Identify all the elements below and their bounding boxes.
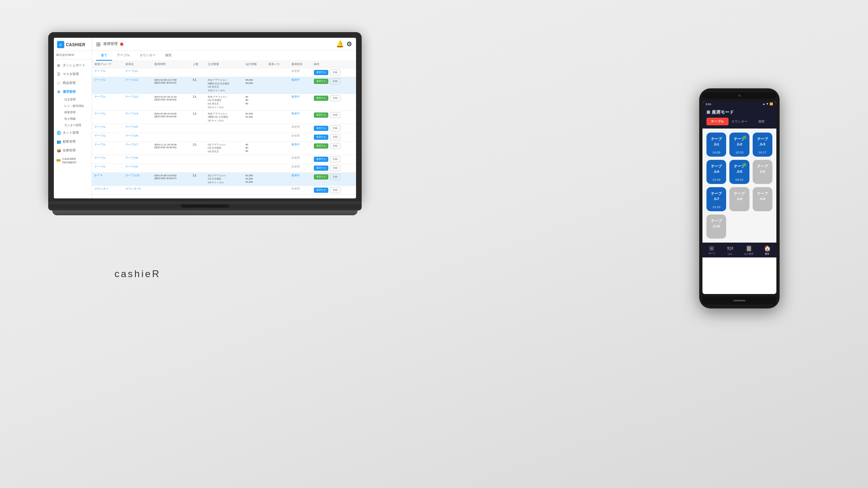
sidebar-sub-order[interactable]: 注文管理 (62, 96, 92, 103)
phone-nav-0[interactable]: ⊞ ﾃｰﾌﾞﾙ (702, 245, 721, 256)
table-row-orders (205, 68, 243, 77)
table-row-name: テーブル1 (123, 68, 152, 77)
phone-table-cell[interactable]: テーブル7 13:20 (706, 187, 726, 211)
seat-detail-button[interactable]: 詳細 (330, 134, 340, 140)
operation-icon: ⚙ (56, 90, 61, 94)
phone-tab-counter[interactable]: カウンター (729, 118, 751, 125)
seat-action-button[interactable]: 着席する (314, 112, 328, 118)
sidebar-company: 株式会社NEW (54, 51, 92, 59)
seat-detail-button[interactable]: 詳細 (330, 112, 340, 118)
table-row-group: テーブル (92, 141, 123, 155)
phone-tab-private[interactable]: 個室 (750, 118, 772, 125)
seat-action-button[interactable]: 着席する (314, 165, 328, 171)
seat-detail-button[interactable]: 詳細 (330, 125, 340, 131)
phone-app-header: ⊞ 座席モード テーブル カウンター 個室 (702, 107, 776, 129)
seat-action-button[interactable]: 着席する (314, 70, 328, 75)
sidebar-sub-register[interactable]: レジ・販売消込 (62, 103, 92, 109)
sidebar-item-label: 在庫管理 (63, 149, 76, 153)
table-row-payment (243, 186, 266, 194)
phone-table-cell[interactable]: テーブル4 13:26 (706, 160, 726, 184)
sidebar-item-operation[interactable]: ⚙ 運用管理 (54, 88, 92, 96)
phone-table-cell[interactable]: テーブル5 09:22 (729, 160, 749, 184)
sidebar-sub-monitor[interactable]: モニター管理 (62, 122, 92, 129)
table-row-people: 5人 (190, 77, 205, 94)
table-row-status: 未使用 (289, 163, 312, 172)
table-row-name: テーブル6 (123, 133, 152, 141)
sidebar-item-net[interactable]: 🌐 ネット管理 (54, 129, 92, 137)
tab-counter[interactable]: カウンター (135, 51, 160, 61)
table-row-time (152, 124, 190, 133)
phone-table-cell[interactable]: テーブル3 18:17 (753, 133, 772, 157)
seat-action-button[interactable]: 着席する (314, 79, 328, 84)
tab-table[interactable]: テーブル (112, 51, 135, 61)
seat-detail-button[interactable]: 詳細 (330, 156, 340, 162)
seat-detail-button[interactable]: 詳細 (330, 78, 340, 84)
settings-icon[interactable]: ⚙ (346, 40, 352, 48)
table-row-memo (266, 124, 289, 133)
sidebar-sub-sales[interactable]: 売上明細 (62, 116, 92, 122)
sidebar-item-inventory[interactable]: 📦 在庫管理 (54, 146, 92, 155)
phone-table-cell[interactable]: テーブル1 14:09 (706, 133, 726, 157)
phone-table-cell[interactable]: テーブル8 (729, 187, 749, 211)
seat-detail-button[interactable]: 詳細 (330, 69, 340, 76)
seat-detail-button[interactable]: 詳細 (330, 174, 340, 180)
table-row-actions: 着席する 詳細 (311, 141, 356, 155)
sidebar-item-payment[interactable]: 💳 CASHIER PAYMENT (54, 155, 92, 166)
seat-action-button[interactable]: 着席する (314, 135, 328, 140)
phone-tab-table[interactable]: テーブル (706, 118, 729, 125)
table-row-status: 未使用 (289, 133, 312, 141)
table-row-group: テーブル (92, 94, 123, 110)
notification-icon[interactable]: 🔔 (336, 40, 344, 48)
phone-table-cell[interactable]: テーブル9 (753, 187, 772, 211)
phone-table-time: 18:17 (758, 151, 766, 154)
table-row-time: 2024-10-08 10:43:00(前日:00日 00:00:09) (152, 110, 190, 124)
table-row-payment: ¥0¥0¥0 (243, 94, 266, 110)
seat-action-button[interactable]: 着席する (314, 96, 328, 101)
seat-detail-button[interactable]: 詳細 (330, 187, 340, 193)
sidebar-item-customer[interactable]: 👥 顧客管理 (54, 137, 92, 146)
sidebar-item-product[interactable]: □ 商品管理 (54, 79, 92, 88)
phone-time: 9:04 (706, 103, 711, 106)
laptop-bezel: C CASHIER 株式会社NEW ⊞ ダッシュボード ☰ マスタ管理 □ (48, 32, 362, 202)
seat-detail-button[interactable]: 詳細 (330, 95, 340, 101)
seat-action-button[interactable]: 着席する (314, 188, 328, 193)
laptop: C CASHIER 株式会社NEW ⊞ ダッシュボード ☰ マスタ管理 □ (48, 32, 362, 215)
phone-table-cell[interactable]: テーブル2 10:33 (729, 133, 749, 157)
customer-icon: 👥 (56, 139, 61, 144)
phone-nav-2[interactable]: 📋 はん精算 (739, 245, 758, 256)
table-row-actions: 着席する 詳細 (311, 124, 356, 133)
seat-detail-button[interactable]: 詳細 (330, 143, 340, 149)
table-row-orders (205, 124, 243, 133)
seat-detail-button[interactable]: 詳細 (330, 165, 340, 171)
data-table-wrapper: 座席グループ 座席名 着席時間 人数 注文数量 会計情報 座席メモ 着席状況 操… (92, 61, 356, 198)
seat-action-button[interactable]: 着席する (314, 126, 328, 131)
table-row-time (152, 155, 190, 163)
tab-private[interactable]: 個室 (160, 51, 176, 61)
table-row-status: 着席中 (289, 94, 312, 110)
table-row-memo (266, 163, 289, 172)
table-row-time: 2024-10-07 23:11:23(前日:00日 00:00:09) (152, 94, 190, 110)
sidebar-nav: ⊞ ダッシュボード ☰ マスタ管理 □ 商品管理 ⚙ 運用管理 (54, 59, 92, 198)
table-row-group: カウンター (92, 186, 123, 194)
sidebar-sub-guest[interactable]: 収客管理 (62, 109, 92, 116)
seat-action-button[interactable]: 着席する (314, 143, 328, 149)
phone-table-time: 13:26 (712, 178, 721, 182)
tab-all[interactable]: 全て (96, 51, 112, 61)
laptop-screen: C CASHIER 株式会社NEW ⊞ ダッシュボード ☰ マスタ管理 □ (54, 38, 356, 198)
phone-nav-1[interactable]: 🍽 はん (721, 245, 739, 256)
phone-table-cell[interactable]: テーブル6 (753, 160, 772, 184)
payment-icon: 💳 (56, 158, 61, 163)
sidebar-item-master[interactable]: ☰ マスタ管理 (54, 70, 92, 79)
seat-action-button[interactable]: 着席する (314, 174, 328, 180)
sidebar-item-label: マスタ管理 (63, 72, 79, 76)
table-row-time (152, 133, 190, 141)
seat-action-button[interactable]: 着席する (314, 157, 328, 162)
sidebar-item-dashboard[interactable]: ⊞ ダッシュボード (54, 61, 92, 70)
table-row-payment: ¥1,000¥1,000 (243, 110, 266, 124)
phone-status-icons: ▲ ▼ 📶 (762, 102, 773, 106)
tabs-row: 全て テーブル カウンター 個室 (92, 51, 356, 61)
phone-table-cell[interactable]: テーブル10 (706, 214, 726, 239)
phone-nav-3[interactable]: 🏠 通常 (758, 245, 776, 256)
top-bar: ⊞ 座席管理 🔔 ⚙ (92, 38, 356, 51)
phone-table-name: テーブル7 (710, 191, 723, 202)
